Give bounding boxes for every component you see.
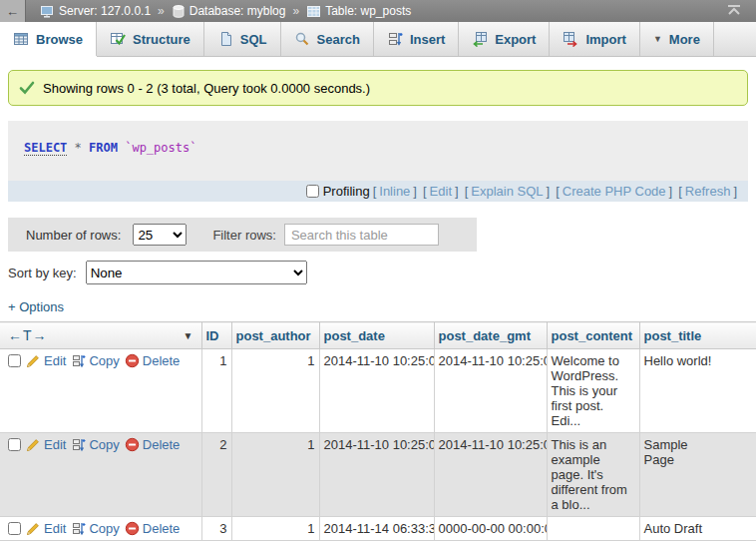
number-of-rows-select[interactable]: 25 xyxy=(133,224,187,246)
column-header-post-content[interactable]: post_content xyxy=(547,322,639,349)
bracket: [ xyxy=(556,184,560,199)
tab-insert[interactable]: Insert xyxy=(374,22,459,56)
breadcrumb-separator: » xyxy=(292,4,299,18)
delete-row-link[interactable]: Delete xyxy=(125,437,181,452)
breadcrumb-database-label: Database: myblog xyxy=(189,4,286,18)
bracket: ] xyxy=(547,184,551,199)
cell-post-content xyxy=(547,517,639,541)
column-header-post-date-gmt[interactable]: post_date_gmt xyxy=(434,322,547,349)
copy-icon xyxy=(71,437,86,452)
edit-query-link[interactable]: Edit xyxy=(430,184,452,199)
copy-row-link[interactable]: Copy xyxy=(71,353,119,368)
tab-structure-label: Structure xyxy=(133,32,190,47)
bracket: ] xyxy=(413,184,417,199)
row-actions-cell: Edit Copy Delete xyxy=(0,349,201,433)
tab-export-label: Export xyxy=(495,32,536,47)
row-checkbox[interactable] xyxy=(8,438,21,451)
tab-import[interactable]: Import xyxy=(550,22,639,56)
edit-row-link[interactable]: Edit xyxy=(26,521,66,536)
inline-link[interactable]: Inline xyxy=(379,184,410,199)
cell-id: 1 xyxy=(201,349,231,433)
breadcrumb-table[interactable]: Table: wp_posts xyxy=(306,4,411,19)
back-button[interactable]: ← xyxy=(0,0,26,22)
row-actions-cell: Edit Copy Delete xyxy=(0,517,201,541)
export-icon xyxy=(472,31,488,47)
delete-label: Delete xyxy=(143,521,181,536)
bracket: [ xyxy=(465,184,469,199)
row-checkbox[interactable] xyxy=(8,354,21,367)
row-checkbox[interactable] xyxy=(8,522,21,535)
results-table: ←T→ ▼ ID post_author post_date post_date… xyxy=(0,321,756,541)
copy-row-link[interactable]: Copy xyxy=(71,521,119,536)
table-header-row: ←T→ ▼ ID post_author post_date post_date… xyxy=(0,322,756,349)
create-php-code-link[interactable]: Create PHP Code xyxy=(563,184,666,199)
options-toggle-link[interactable]: + Options xyxy=(8,299,64,314)
tab-bar: Browse Structure SQL Search Insert xyxy=(0,22,756,57)
refresh-link[interactable]: Refresh xyxy=(685,184,731,199)
tab-search[interactable]: Search xyxy=(281,22,374,56)
breadcrumb-separator: » xyxy=(158,4,165,18)
column-header-post-author[interactable]: post_author xyxy=(231,322,319,349)
row-controls-bar: Number of rows: 25 Filter rows: xyxy=(8,218,477,252)
profiling-checkbox[interactable] xyxy=(306,185,319,198)
pencil-icon xyxy=(26,521,41,536)
edit-row-link[interactable]: Edit xyxy=(26,353,66,368)
sql-star: * xyxy=(67,141,89,155)
edit-label: Edit xyxy=(44,353,66,368)
number-of-rows-label: Number of rows: xyxy=(26,228,121,243)
delete-row-link[interactable]: Delete xyxy=(125,353,181,368)
tab-structure[interactable]: Structure xyxy=(97,22,204,56)
tab-insert-label: Insert xyxy=(410,32,445,47)
edit-label: Edit xyxy=(44,437,66,452)
post-title-text: Hello world! xyxy=(644,353,716,368)
sort-by-key-select[interactable]: None xyxy=(86,261,307,284)
tab-more[interactable]: ▼ More xyxy=(640,22,714,56)
bracket: ] xyxy=(669,184,673,199)
header-dropdown-icon[interactable]: ▼ xyxy=(184,330,193,341)
tab-sql[interactable]: SQL xyxy=(204,22,281,56)
success-message: Showing rows 0 - 2 (3 total, Query took … xyxy=(8,70,748,106)
filter-rows-input[interactable] xyxy=(284,224,439,246)
database-icon xyxy=(172,4,186,19)
column-header-post-date[interactable]: post_date xyxy=(319,322,434,349)
tab-export[interactable]: Export xyxy=(459,22,550,56)
insert-icon xyxy=(387,31,403,47)
table-row: Edit Copy Delete xyxy=(0,349,756,433)
success-message-text: Showing rows 0 - 2 (3 total, Query took … xyxy=(43,81,370,96)
delete-row-link[interactable]: Delete xyxy=(125,521,181,536)
table-row: Edit Copy Delete xyxy=(0,433,756,517)
breadcrumb-server[interactable]: Server: 127.0.0.1 xyxy=(40,4,151,19)
delete-icon xyxy=(125,437,140,452)
collapse-icon[interactable] xyxy=(726,4,742,19)
edit-row-link[interactable]: Edit xyxy=(26,437,66,452)
row-actions-cell: Edit Copy Delete xyxy=(0,433,201,517)
post-title-text: Auto Draft xyxy=(644,521,716,536)
column-header-post-title[interactable]: post_title xyxy=(639,322,756,349)
delete-label: Delete xyxy=(143,437,181,452)
delete-icon xyxy=(125,353,140,368)
tab-sql-label: SQL xyxy=(240,32,267,47)
cell-post-date: 2014-11-10 10:25:06 xyxy=(319,349,434,433)
delete-label: Delete xyxy=(143,353,181,368)
query-toolbar: Profiling [Inline] [Edit] [Explain SQL] … xyxy=(8,181,748,202)
transpose-icon[interactable]: ←T→ xyxy=(8,327,48,343)
filter-rows-label: Filter rows: xyxy=(212,228,276,243)
column-header-id[interactable]: ID xyxy=(201,322,231,349)
browse-icon xyxy=(13,31,29,47)
copy-icon xyxy=(71,521,86,536)
explain-sql-link[interactable]: Explain SQL xyxy=(471,184,543,199)
bracket: ] xyxy=(455,184,459,199)
cell-post-title: Hello world! xyxy=(639,349,756,433)
table-row: Edit Copy Delete xyxy=(0,517,756,541)
copy-label: Copy xyxy=(89,353,119,368)
server-icon xyxy=(40,4,55,19)
profiling-label: Profiling xyxy=(323,184,370,199)
bracket: [ xyxy=(678,184,682,199)
breadcrumb-database[interactable]: Database: myblog xyxy=(172,4,286,19)
cell-post-content: This is an example page. It's different … xyxy=(547,433,639,517)
tab-browse[interactable]: Browse xyxy=(0,22,97,56)
breadcrumb-bar: ← Server: 127.0.0.1 » Database: myblog » xyxy=(0,0,756,22)
copy-row-link[interactable]: Copy xyxy=(71,437,119,452)
table-icon xyxy=(306,4,321,19)
pencil-icon xyxy=(26,353,41,368)
